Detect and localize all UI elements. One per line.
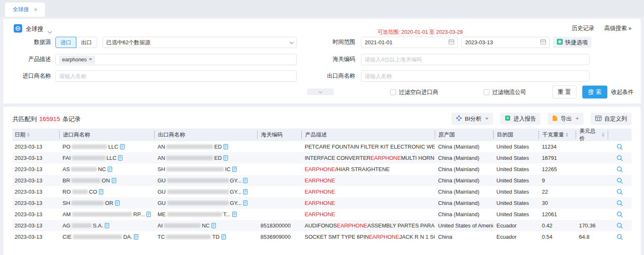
search-magnifier-icon[interactable] [616,200,623,207]
expand-more-button[interactable] [307,88,334,95]
company-detail-icon[interactable] [223,144,228,149]
company-detail-icon[interactable] [232,212,237,217]
company-detail-icon[interactable] [211,223,216,228]
hs-input[interactable] [361,54,589,65]
destination-country-cell: Ecuador [493,234,539,240]
exporter-cell: GUGY... [154,200,257,206]
row-actions-cell [608,177,631,184]
redacted-text [71,178,100,183]
quick-options-button[interactable]: 快捷选项 [553,37,591,48]
company-detail-icon[interactable] [146,212,151,217]
history-link[interactable]: 历史记录 [572,25,594,32]
sort-icon[interactable] [27,133,30,137]
destination-country-cell: United States [493,166,539,172]
exporter-cell: GUGY... [154,189,257,195]
col-header-value[interactable]: 美元总价 [576,131,608,139]
company-detail-icon[interactable] [118,155,123,161]
product-description-cell: EARPHONE/HIAR STRAIGHTENE [301,166,435,172]
date-to-input[interactable]: 2023-03-13 [461,37,550,48]
importer-cell: AMRP... [59,211,154,217]
results-table: 日期进口商名称出口商名称海关编码产品描述原产国目的国千克重量美元总价 2023-… [13,129,631,242]
company-detail-icon[interactable] [221,234,226,240]
search-magnifier-icon[interactable] [616,234,623,240]
date-from-input[interactable]: 2021-01-01 [361,37,458,48]
redacted-text [167,212,222,217]
search-magnifier-icon[interactable] [616,144,623,150]
weight-kg-cell: 0.54 [539,234,576,240]
customize-columns-button[interactable]: 自定义列 [591,113,631,125]
redacted-text [167,201,229,205]
importer-cell: FAILLC [59,155,154,161]
export-button[interactable]: 导出 [548,113,584,125]
checkbox-icon[interactable] [484,89,489,95]
company-detail-icon[interactable] [243,189,248,194]
calendar-icon[interactable] [449,39,454,46]
company-detail-icon[interactable] [223,155,228,161]
product-description-cell: EARPHONE [301,211,435,217]
search-magnifier-icon[interactable] [616,166,623,173]
tab-label: 全球搜 [13,6,29,13]
search-magnifier-icon[interactable] [616,189,623,195]
search-button[interactable]: 搜索 [582,86,607,98]
company-detail-icon[interactable] [120,144,125,149]
filter-logistics-label: 过滤物流公司 [492,88,526,96]
reset-button[interactable]: 重置 [552,86,576,98]
sort-icon[interactable] [566,133,568,137]
close-icon[interactable]: × [34,6,37,13]
search-magnifier-icon[interactable] [616,177,623,184]
col-header-action [608,131,631,139]
filter-logistics-checkbox[interactable]: 过滤物流公司 [484,88,526,96]
match-prefix: 共匹配到 [13,115,37,123]
bi-diamond-icon [456,115,462,122]
table-row: 2023-03-13CIEDA.TCTD8536909000SOCKET SMT… [13,231,631,242]
company-detail-icon[interactable] [112,178,116,183]
importer-cell: POLLC [59,144,154,150]
datasource-select[interactable]: 已选中62个数据源 [103,37,297,48]
company-detail-icon[interactable] [108,167,112,172]
search-magnifier-icon[interactable] [616,211,623,218]
calendar-icon[interactable] [540,39,546,46]
product-tag[interactable]: earphones [59,56,95,64]
company-detail-icon[interactable] [134,234,138,240]
product-input[interactable]: earphones [55,54,297,65]
collapse-conditions-link[interactable]: 收起条件 [611,86,634,98]
company-detail-icon[interactable] [105,223,109,228]
company-detail-icon[interactable] [232,167,237,172]
tab-bar: 全球搜 × [0,0,644,17]
redacted-text [72,189,88,194]
date-cell: 2023-03-13 [13,166,59,172]
company-detail-icon[interactable] [115,200,120,206]
row-actions-cell [608,144,631,150]
redacted-text [166,235,211,239]
col-header-weight[interactable]: 千克重量 [539,131,576,139]
export-toggle[interactable]: 出口 [76,37,97,48]
search-magnifier-icon[interactable] [616,155,623,162]
company-detail-icon[interactable] [243,200,248,206]
filter-blank-importer-checkbox[interactable]: 过滤空白进口商 [390,88,439,96]
datasource-toggle: 进口 出口 [55,37,97,48]
importer-cell: AGS.A. [59,222,154,229]
bi-analysis-label: BI分析 [465,115,481,123]
col-header-date[interactable]: 日期 [13,131,59,139]
importer-cell: ASNC [59,166,154,172]
chevron-down-icon[interactable] [48,27,51,35]
checkbox-icon[interactable] [390,89,396,95]
enter-report-button[interactable]: 进入报告 [500,113,541,125]
advanced-search-link[interactable]: 高级搜索 » [604,25,631,32]
company-detail-icon[interactable] [243,178,248,183]
destination-country-cell: United States [493,211,539,217]
export-label: 导出 [561,115,572,123]
tab-global-search[interactable]: 全球搜 × [5,3,45,17]
col-label: 出口商名称 [158,131,185,139]
importer-input[interactable] [55,71,297,82]
origin-country-cell: China (Mainland) [435,177,493,184]
import-toggle[interactable]: 进口 [55,37,76,48]
exporter-input[interactable] [361,71,589,82]
table-row: 2023-03-13POLLCANEDPETCARE FOUNTAIN FILT… [13,141,631,152]
sort-icon[interactable] [602,133,604,137]
exporter-cell: ANED [154,144,257,150]
search-magnifier-icon[interactable] [616,222,623,229]
bi-analysis-button[interactable]: BI分析 [451,113,493,125]
company-detail-icon[interactable] [99,189,103,194]
origin-country-cell: China (Mainland) [435,200,493,206]
